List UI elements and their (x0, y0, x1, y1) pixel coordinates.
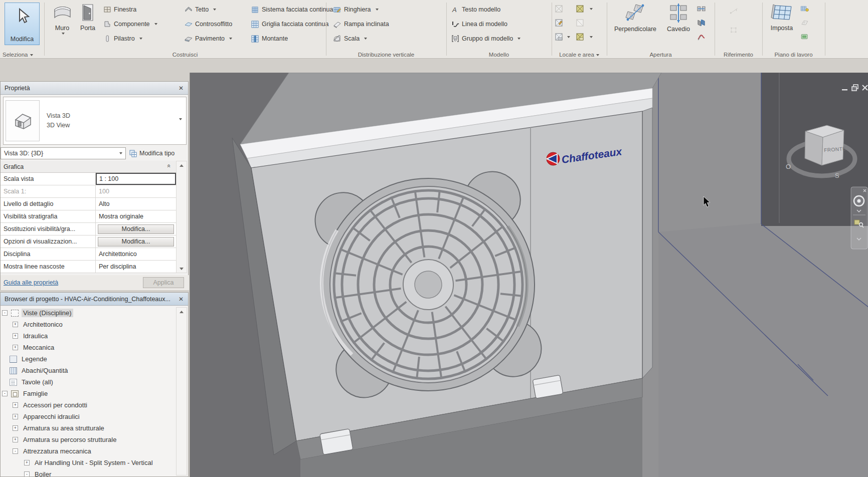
tree-item-accessori[interactable]: + Accessori per condotti (1, 399, 176, 411)
muro-opening-icon[interactable] (697, 5, 706, 13)
expand-icon[interactable]: + (24, 460, 30, 465)
viewport-canvas[interactable]: Chaffoteaux O S FRO (190, 73, 868, 477)
tree-item-apparecchi[interactable]: + Apparecchi idraulici (1, 411, 176, 422)
area-x-icon[interactable] (576, 5, 584, 13)
collapse-section-icon[interactable]: « (166, 164, 173, 168)
testo-modello-button[interactable]: A Testo modello (451, 4, 500, 15)
ringhiera-button[interactable]: Ringhiera (333, 4, 379, 15)
panel-label-apertura[interactable]: Apertura (607, 52, 715, 58)
close-icon[interactable]: ✕ (177, 84, 185, 92)
vista-piano-icon[interactable] (800, 33, 809, 41)
linea-riferimento-icon[interactable] (730, 7, 738, 16)
visibilita-stratigrafia-value[interactable]: Mostra originale (96, 210, 176, 222)
mostra-piano-icon[interactable] (800, 19, 809, 27)
expand-icon[interactable]: + (13, 437, 18, 442)
scroll-up-icon[interactable] (177, 308, 187, 316)
collapse-icon[interactable]: - (13, 448, 18, 454)
tree-item-architettonico[interactable]: + Architettonico (1, 319, 176, 330)
tree-item-boiler[interactable]: - Boiler (1, 468, 176, 476)
sistema-facciata-button[interactable]: Sistema facciata continua (251, 4, 333, 15)
cavedio-button[interactable]: Cavedio (663, 3, 694, 33)
controsoffitto-button[interactable]: Controsoffitto (185, 19, 232, 30)
compass-west-label[interactable]: O (786, 163, 791, 170)
view-combo[interactable]: Vista 3D: {3D} (1, 147, 126, 159)
montante-button[interactable]: Montante (251, 33, 288, 44)
perpendicolare-button[interactable]: Perpendicolare (609, 3, 662, 33)
tree-item-legende[interactable]: Legende (1, 353, 176, 365)
panel-label-locale[interactable]: Locale e area (552, 52, 607, 58)
area-tag-icon[interactable] (576, 33, 584, 41)
tetto-button[interactable]: Tetto (185, 4, 216, 15)
disciplina-value[interactable]: Architettonico (96, 248, 176, 260)
expand-icon[interactable]: + (13, 414, 18, 419)
section-grafica[interactable]: Grafica « (1, 161, 176, 173)
tree-item-meccanica[interactable]: + Meccanica (1, 342, 176, 353)
tree-item-armatura-area[interactable]: + Armatura su area strutturale (1, 422, 176, 434)
imposta-button[interactable]: Imposta (766, 3, 797, 32)
expand-icon[interactable]: + (13, 333, 18, 339)
chevron-down-icon[interactable] (179, 118, 182, 120)
tree-item-abachi[interactable]: Abachi/Quantità (1, 365, 176, 376)
muro-button[interactable]: Muro (49, 3, 75, 35)
opzioni-modifica-button[interactable]: Modifica... (98, 237, 174, 247)
panel-label-riferimento[interactable]: Riferimento (715, 52, 762, 58)
rampa-button[interactable]: Rampa inclinata (333, 19, 389, 30)
locale-tag-icon[interactable] (555, 19, 563, 27)
linea-modello-button[interactable]: Linea di modello (451, 19, 507, 30)
scroll-down-icon[interactable] (177, 265, 187, 273)
expand-icon[interactable]: + (13, 402, 18, 408)
chevron-down-icon[interactable] (590, 36, 593, 38)
piano-riferimento-icon[interactable] (730, 26, 738, 35)
area-disabled-icon[interactable] (576, 19, 584, 27)
finestra-button[interactable]: Finestra (103, 4, 136, 15)
edit-type-button[interactable]: Modifica tipo (129, 147, 188, 159)
properties-scrollbar[interactable] (176, 161, 187, 273)
chevron-down-icon[interactable] (590, 8, 593, 10)
compass-south-label[interactable]: S (835, 172, 839, 179)
sostituzioni-modifica-button[interactable]: Modifica... (98, 224, 174, 234)
tree-item-idraulica[interactable]: + Idraulica (1, 330, 176, 342)
expand-icon[interactable]: + (13, 322, 18, 327)
gruppo-modello-button[interactable]: Gruppo di modello (451, 33, 520, 44)
expand-icon[interactable]: + (13, 425, 18, 431)
viewport-3d[interactable]: Chaffoteaux O S FRO (190, 73, 868, 477)
tree-item-famiglie[interactable]: - Famiglie (1, 388, 176, 399)
componente-button[interactable]: Componente (103, 19, 157, 30)
collapse-icon[interactable]: - (24, 471, 30, 476)
panel-label-piano[interactable]: Piano di lavoro (762, 52, 825, 58)
project-browser-header[interactable]: Browser di progetto - HVAC-Air-Condition… (1, 293, 188, 306)
tree-item-viste[interactable]: - Viste (Discipline) (1, 307, 176, 319)
modify-button[interactable]: Modifica (5, 3, 40, 45)
browser-scrollbar[interactable] (176, 307, 187, 475)
locale-disabled-icon[interactable] (555, 5, 563, 13)
chevron-down-icon[interactable] (567, 36, 570, 38)
livello-dettaglio-value[interactable]: Alto (96, 198, 176, 210)
griglia-facciata-button[interactable]: Griglia facciata continua (251, 19, 328, 30)
quota-opening-icon[interactable] (697, 33, 706, 41)
properties-header[interactable]: Proprietà ✕ (1, 82, 188, 95)
locale-separator-icon[interactable] (555, 33, 563, 41)
minimize-button[interactable] (842, 89, 847, 90)
porta-button[interactable]: Porta (76, 3, 99, 32)
scala-button[interactable]: Scala (333, 33, 367, 44)
type-selector[interactable]: Vista 3D 3D View (3, 97, 187, 145)
panel-label-seleziona[interactable]: Seleziona (0, 52, 44, 58)
visualizzatore-icon[interactable] (800, 5, 809, 13)
ac-unit-model[interactable]: Chaffoteaux (232, 73, 661, 477)
properties-help-link[interactable]: Guida alle proprietà (4, 279, 58, 286)
steering-wheel-icon[interactable] (854, 196, 864, 206)
pilastro-button[interactable]: Pilastro (103, 33, 142, 44)
panel-label-modello[interactable]: Modello (446, 52, 552, 58)
scroll-up-icon[interactable] (177, 161, 187, 169)
pavimento-button[interactable]: Pavimento (185, 33, 232, 44)
tree-item-air-handling-unit[interactable]: + Air Handling Unit - Split System - Ver… (1, 457, 176, 468)
close-icon[interactable]: ✕ (177, 295, 185, 303)
expand-icon[interactable]: + (13, 345, 18, 350)
collapse-icon[interactable]: - (2, 310, 8, 316)
mostra-linee-value[interactable]: Per disciplina (96, 261, 176, 273)
panel-label-costruisci[interactable]: Costruisci (44, 52, 326, 58)
tree-item-tavole[interactable]: Tavole (all) (1, 376, 176, 388)
navigation-bar[interactable] (851, 187, 867, 249)
facciata-opening-icon[interactable] (697, 19, 706, 27)
scala-vista-input[interactable]: 1 : 100 (96, 173, 176, 185)
